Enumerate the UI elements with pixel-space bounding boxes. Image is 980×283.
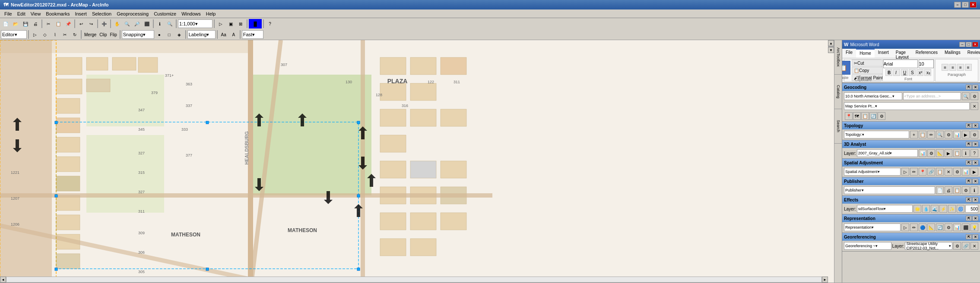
rotate-btn[interactable]: ↻ (70, 30, 79, 39)
word-maximize[interactable]: □ (966, 42, 972, 47)
georef-btn1[interactable]: ⚙ (953, 242, 961, 250)
underline-btn[interactable]: U (901, 69, 908, 76)
3d-close-btn[interactable]: ✕ (972, 142, 978, 147)
snap-vertex[interactable]: ◈ (174, 30, 184, 39)
geo-btn2[interactable]: 🗺 (853, 112, 861, 120)
effects-btn6[interactable]: 🌀 (957, 205, 964, 213)
edit-vertices[interactable]: ◇ (40, 30, 50, 39)
effects-btn3[interactable]: 🌊 (931, 205, 939, 213)
close-btn[interactable]: ✕ (970, 2, 977, 8)
topo-btn3[interactable]: ✏ (927, 131, 935, 138)
superscript-btn[interactable]: x² (917, 69, 923, 76)
select-btn[interactable]: ▷ (216, 19, 225, 28)
scroll-up-btn[interactable]: ▲ (828, 40, 834, 46)
pan-btn[interactable]: ✋ (112, 19, 122, 28)
labeling-dropdown[interactable]: Labeling▾ (187, 30, 216, 39)
georef-btn3[interactable]: ✕ (970, 242, 978, 250)
scroll-right-btn[interactable]: ► (822, 277, 828, 283)
italic-btn[interactable]: I (893, 69, 900, 76)
rep-btn4[interactable]: 📐 (927, 223, 935, 231)
pub-btn3[interactable]: 📋 (953, 186, 961, 194)
georef-btn2[interactable]: 🔗 (962, 242, 970, 250)
georef-layer-dropdown[interactable]: Streetscape Utility CIP2012-03_Not...▾ (905, 242, 952, 250)
representation-float-btn[interactable]: ⇱ (966, 216, 972, 221)
effects-btn2[interactable]: 💧 (922, 205, 930, 213)
rep-btn6[interactable]: ⚙ (945, 223, 952, 231)
rep-btn5[interactable]: 🔄 (936, 223, 944, 231)
rep-btn2[interactable]: ✏ (910, 223, 918, 231)
paste-btn[interactable]: 📌 (63, 19, 73, 28)
representation-dropdown[interactable]: Representation▾ (844, 223, 901, 231)
subscript-btn[interactable]: x₂ (924, 69, 931, 76)
font-name-input[interactable] (883, 60, 918, 68)
rep-btn7[interactable]: 📊 (953, 223, 961, 231)
clip-btn[interactable]: Clip (98, 30, 108, 39)
menu-customize[interactable]: Customize (151, 10, 179, 17)
spatial-adj-btn5[interactable]: 📋 (936, 168, 944, 176)
save-btn[interactable]: 💾 (21, 19, 30, 28)
zoom-in-btn[interactable]: 🔍 (122, 19, 132, 28)
publisher-dropdown[interactable]: Publisher▾ (844, 186, 935, 194)
georef-float-btn[interactable]: ⇱ (966, 234, 972, 239)
pub-btn5[interactable]: ℹ (970, 186, 978, 194)
print-btn[interactable]: 🖨 (31, 19, 40, 28)
map-area[interactable]: HEALDSBURG PLAZA MATHESON MATHESON (0, 40, 834, 283)
identify-btn[interactable]: ℹ (155, 19, 165, 28)
menu-selection[interactable]: Selection (89, 10, 114, 17)
word-tab-insert[interactable]: Insert (875, 49, 892, 58)
3d-btn7[interactable]: ? (970, 149, 978, 157)
select-features-btn[interactable]: ▣ (226, 19, 235, 28)
undo-btn[interactable]: ↩ (76, 19, 86, 28)
redo-btn[interactable]: ↪ (86, 19, 96, 28)
align-justify-btn[interactable]: ≡ (965, 64, 972, 71)
topology-dropdown[interactable]: Topology:▾ (844, 131, 909, 138)
split-btn[interactable]: ✂ (60, 30, 70, 39)
bold-btn[interactable]: B (885, 69, 892, 76)
3d-btn4[interactable]: ▶ (945, 149, 952, 157)
topo-btn5[interactable]: ⚙ (945, 131, 952, 138)
spatial-adj-btn2[interactable]: ✏ (910, 168, 918, 176)
3d-btn3[interactable]: 📐 (936, 149, 944, 157)
word-minimize[interactable]: – (959, 42, 965, 47)
publisher-float-btn[interactable]: ⇱ (966, 179, 972, 184)
rep-btn3[interactable]: 🔵 (919, 223, 926, 231)
effects-btn5[interactable]: ✨ (948, 205, 956, 213)
merge-btn[interactable]: Merge (83, 30, 98, 39)
pub-btn4[interactable]: ⚙ (962, 186, 970, 194)
snap-edge[interactable]: □ (165, 30, 174, 39)
word-tab-review[interactable]: Review (964, 49, 980, 58)
effects-float-btn[interactable]: ⇱ (966, 197, 972, 202)
word-tab-home[interactable]: Home (856, 49, 875, 58)
font-size-input[interactable] (919, 60, 934, 68)
minimize-btn[interactable]: – (954, 2, 961, 8)
3d-btn2[interactable]: ⚙ (927, 149, 935, 157)
3d-float-btn[interactable]: ⇱ (966, 142, 972, 147)
topo-btn2[interactable]: 📋 (919, 131, 926, 138)
map-hscrollbar[interactable]: ◄ ► (0, 277, 828, 283)
catalog-tab[interactable]: Catalog (834, 75, 842, 109)
topology-close-btn[interactable]: ✕ (972, 123, 978, 128)
geocoding-close-x[interactable]: ✕ (970, 102, 978, 110)
zoom-out-btn[interactable]: 🔎 (132, 19, 142, 28)
pub-btn2[interactable]: 🖨 (945, 186, 952, 194)
help-btn[interactable]: ? (265, 19, 275, 28)
snapping-dropdown[interactable]: Snapping▾ (122, 30, 154, 39)
color-btn[interactable]: █ (249, 19, 262, 28)
topo-btn8[interactable]: ⚙ (970, 131, 978, 138)
geo-btn3[interactable]: 📋 (861, 112, 869, 120)
pub-btn1[interactable]: 📄 (936, 186, 944, 194)
georef-main-dropdown[interactable]: Georeferencing ~▾ (844, 242, 891, 250)
menu-help[interactable]: Help (203, 10, 219, 17)
geo-btn1[interactable]: 📍 (845, 112, 853, 120)
open-btn[interactable]: 📂 (11, 19, 20, 28)
clear-selection-btn[interactable]: ⊠ (236, 19, 245, 28)
spatial-adj-btn9[interactable]: ▶ (970, 168, 978, 176)
effects-btn1[interactable]: 🌟 (913, 205, 921, 213)
scale-dropdown[interactable]: 1:1,000 ▾ (178, 19, 212, 28)
rep-btn9[interactable]: 💡 (970, 223, 978, 231)
spatial-adj-btn7[interactable]: ⚙ (953, 168, 961, 176)
3d-btn5[interactable]: 📋 (953, 149, 961, 157)
map-vscrollbar[interactable]: ▲ ▼ (828, 40, 834, 283)
copy-btn[interactable]: 📋 (54, 19, 63, 28)
menu-view[interactable]: View (28, 10, 44, 17)
